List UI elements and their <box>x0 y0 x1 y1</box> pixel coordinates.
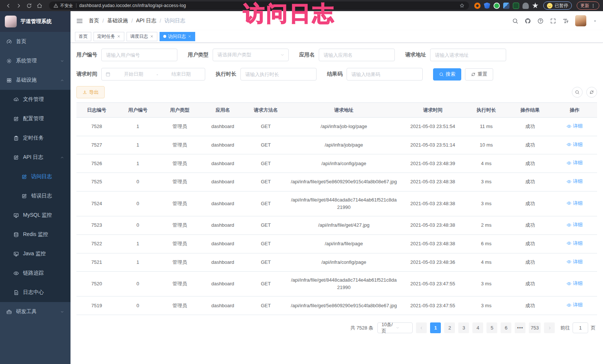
pager-ellipsis[interactable]: ••• <box>515 322 525 333</box>
page-button[interactable]: 753 <box>529 322 541 333</box>
cell-method: GET <box>245 272 287 296</box>
security-chip[interactable]: 不安全 <box>53 3 73 9</box>
page-button[interactable]: 3 <box>458 322 469 333</box>
sidebar-item-label: 错误日志 <box>31 193 52 199</box>
search-icon[interactable] <box>512 18 518 24</box>
caret-down-icon[interactable] <box>593 19 597 23</box>
sidebar-item-mysql[interactable]: MySQL 监控 <box>0 206 71 225</box>
tab-access-log[interactable]: 访问日志 <box>160 32 195 41</box>
home-icon[interactable] <box>35 1 44 10</box>
goto-label: 前往 <box>560 325 570 331</box>
sidebar-item-config[interactable]: 配置管理 <box>0 109 71 128</box>
detail-link[interactable]: 详细 <box>567 240 583 247</box>
user-type-select[interactable]: 请选择用户类型 <box>213 49 289 61</box>
update-button[interactable]: 更新 <box>577 1 599 10</box>
search-icon <box>575 90 580 95</box>
reset-button[interactable]: 重置 <box>465 68 493 81</box>
close-icon[interactable] <box>150 35 154 38</box>
sidebar-item-java[interactable]: Java 监控 <box>0 244 71 263</box>
bookmark-star-icon[interactable] <box>459 3 465 8</box>
breadcrumb-item[interactable]: 首页 <box>89 17 99 24</box>
tab-job-log[interactable]: 调度日志 <box>127 32 157 41</box>
close-icon[interactable] <box>117 35 121 38</box>
tab-label: 调度日志 <box>130 33 148 40</box>
next-page-button[interactable] <box>544 322 555 333</box>
prev-page-button[interactable] <box>416 322 427 333</box>
extension-icon[interactable] <box>503 3 509 9</box>
filter-app-name: 应用名 <box>299 49 395 61</box>
detail-link[interactable]: 详细 <box>567 141 583 148</box>
cell-request-url: /api/infra/job/page <box>287 136 401 154</box>
page-button-active[interactable]: 1 <box>430 322 441 333</box>
sidebar-item-error-log[interactable]: 错误日志 <box>0 186 71 206</box>
detail-link[interactable]: 详细 <box>567 178 583 185</box>
user-id-input[interactable] <box>101 49 177 61</box>
refresh-table-button[interactable] <box>586 87 597 98</box>
detail-link[interactable]: 详细 <box>567 280 583 287</box>
sidebar-item-job[interactable]: 定时任务 <box>0 128 71 148</box>
sidebar-item-log-center[interactable]: 日志中心 <box>0 283 71 302</box>
font-size-icon[interactable] <box>563 18 569 24</box>
profile-paused-badge[interactable]: 已暂停 <box>543 1 572 10</box>
sidebar-item-dev-tools[interactable]: 研发工具 <box>0 302 71 321</box>
request-url-input[interactable] <box>430 49 506 61</box>
sidebar-item-access-log[interactable]: 访问日志 <box>0 167 71 186</box>
page-button[interactable]: 6 <box>501 322 511 333</box>
back-icon[interactable] <box>4 1 13 10</box>
detail-link[interactable]: 详细 <box>567 200 583 207</box>
extension-icon[interactable] <box>474 3 481 9</box>
breadcrumb-item[interactable]: 基础设施 <box>107 17 128 24</box>
sidebar-item-home[interactable]: 首页 <box>0 32 71 51</box>
duration-input[interactable] <box>240 68 317 81</box>
app-name-input[interactable] <box>319 49 395 61</box>
github-icon[interactable] <box>525 18 531 24</box>
cell-user-id: 0 <box>117 173 159 191</box>
sidebar-item-file[interactable]: 文件管理 <box>0 90 71 109</box>
tab-job[interactable]: 定时任务 <box>94 32 124 41</box>
extension-icon[interactable] <box>522 3 529 9</box>
emoji-avatar <box>547 3 553 9</box>
export-button[interactable]: 导出 <box>76 86 105 98</box>
gear-icon <box>6 58 12 64</box>
chevron-down-icon <box>60 59 64 63</box>
page-button[interactable]: 4 <box>472 322 483 333</box>
result-code-input[interactable] <box>347 68 423 81</box>
tab-home[interactable]: 首页 <box>75 32 91 41</box>
sidebar-item-tracer[interactable]: 链路追踪 <box>0 263 71 283</box>
sidebar-item-api-log[interactable]: API 日志 <box>0 148 71 167</box>
breadcrumb-item[interactable]: API 日志 <box>136 17 156 24</box>
extension-icon[interactable] <box>494 3 500 9</box>
detail-link[interactable]: 详细 <box>567 159 583 167</box>
page-size-select[interactable]: 10条/页 <box>377 322 413 333</box>
cell-user-type: 管理员 <box>159 235 201 253</box>
fullscreen-icon[interactable] <box>550 18 556 24</box>
cell-request-time: 2021-05-03 23:48:38 <box>401 235 464 253</box>
extension-icon[interactable] <box>513 3 519 9</box>
kebab-menu-icon[interactable] <box>591 3 596 8</box>
logo-avatar <box>5 16 17 27</box>
reload-icon[interactable] <box>24 1 33 10</box>
extension-icon[interactable] <box>484 3 490 9</box>
sidebar-item-infra[interactable]: 基础设施 <box>0 70 71 90</box>
detail-link[interactable]: 详细 <box>567 122 583 130</box>
goto-page-input[interactable] <box>573 322 588 333</box>
user-avatar[interactable] <box>575 15 586 26</box>
toggle-search-button[interactable] <box>572 87 583 98</box>
search-button[interactable]: 搜索 <box>433 68 461 81</box>
detail-link[interactable]: 详细 <box>567 301 583 309</box>
hamburger-icon[interactable] <box>76 17 83 24</box>
sidebar-item-redis[interactable]: Redis 监控 <box>0 225 71 244</box>
detail-link[interactable]: 详细 <box>567 221 583 229</box>
page-button[interactable]: 2 <box>444 322 455 333</box>
page-button[interactable]: 5 <box>486 322 497 333</box>
sidebar-item-system[interactable]: 系统管理 <box>0 51 71 70</box>
extension-icon[interactable] <box>532 3 538 9</box>
forward-icon[interactable] <box>14 1 23 10</box>
detail-link[interactable]: 详细 <box>567 258 583 266</box>
close-icon[interactable] <box>188 35 191 38</box>
refresh-icon <box>471 72 476 77</box>
address-bar[interactable]: 不安全 dashboard.yudao.iocoder.cn/infra/log… <box>49 1 469 10</box>
date-range-picker[interactable]: 开始日期 - 结束日期 <box>101 68 205 81</box>
app-logo[interactable]: 芋道管理系统 <box>0 11 71 32</box>
help-icon[interactable] <box>537 18 544 24</box>
